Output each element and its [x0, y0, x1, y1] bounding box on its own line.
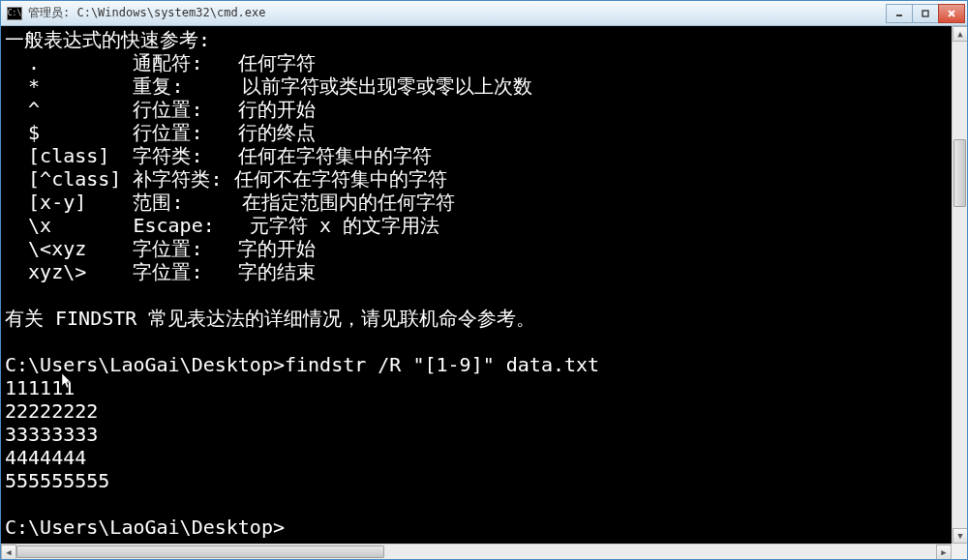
minimize-button[interactable]: [886, 4, 913, 23]
svg-rect-1: [923, 11, 928, 16]
terminal-area: 一般表达式的快速参考: . 通配符: 任何字符 * 重复: 以前字符或类出现零或…: [1, 26, 967, 559]
close-button[interactable]: [938, 4, 965, 23]
h-scroll-thumb[interactable]: [16, 545, 384, 558]
h-scroll-track[interactable]: [16, 545, 936, 559]
window-controls: [887, 4, 965, 23]
scroll-down-button[interactable]: ▼: [953, 528, 967, 544]
window-title: 管理员: C:\Windows\system32\cmd.exe: [28, 5, 887, 21]
scroll-up-button[interactable]: ▲: [953, 26, 967, 42]
cmd-window: C:\ 管理员: C:\Windows\system32\cmd.exe 一般表…: [0, 0, 968, 560]
v-scroll-track[interactable]: [953, 42, 967, 528]
terminal-output[interactable]: 一般表达式的快速参考: . 通配符: 任何字符 * 重复: 以前字符或类出现零或…: [1, 26, 952, 544]
maximize-button[interactable]: [912, 4, 939, 23]
vertical-scrollbar[interactable]: ▲ ▼: [952, 26, 967, 544]
scroll-left-button[interactable]: ◀: [1, 545, 16, 559]
v-scroll-thumb[interactable]: [953, 139, 966, 207]
scroll-corner: [952, 544, 967, 559]
titlebar[interactable]: C:\ 管理员: C:\Windows\system32\cmd.exe: [1, 1, 967, 26]
horizontal-scrollbar[interactable]: ◀ ▶: [1, 544, 952, 559]
scroll-right-button[interactable]: ▶: [936, 545, 952, 559]
cmd-icon: C:\: [7, 7, 22, 20]
